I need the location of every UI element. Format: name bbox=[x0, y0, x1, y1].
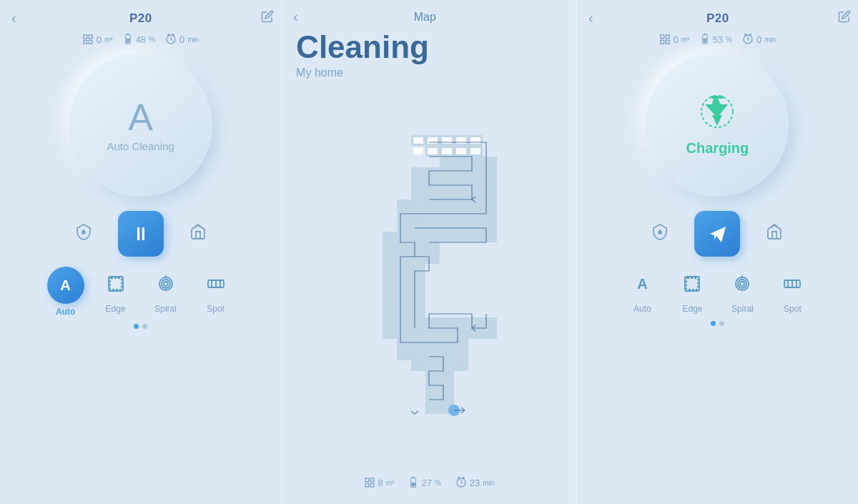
right-stats: 0 m² 53 % 0 min bbox=[659, 34, 776, 45]
edge-mode-label: Edge bbox=[106, 304, 126, 314]
svg-rect-150 bbox=[428, 148, 438, 154]
svg-rect-101 bbox=[383, 296, 397, 307]
middle-area-icon bbox=[364, 477, 375, 488]
svg-rect-67 bbox=[397, 221, 411, 232]
svg-point-10 bbox=[82, 231, 85, 234]
svg-rect-94 bbox=[397, 275, 411, 285]
svg-rect-118 bbox=[425, 382, 440, 392]
middle-area-value: 8 bbox=[378, 478, 383, 488]
middle-panel: ‹ Map Cleaning My home bbox=[281, 0, 577, 504]
right-edge-mode-icon[interactable] bbox=[675, 267, 709, 301]
svg-rect-60 bbox=[468, 210, 483, 221]
svg-rect-115 bbox=[411, 360, 425, 371]
right-mode-spot[interactable]: Spot bbox=[771, 267, 814, 314]
left-mode-edge[interactable]: Edge bbox=[94, 267, 137, 314]
svg-rect-99 bbox=[411, 296, 425, 307]
right-spiral-mode-icon[interactable] bbox=[725, 267, 759, 301]
right-dot-2 bbox=[719, 321, 724, 326]
right-spot-mode-icon[interactable] bbox=[775, 267, 809, 301]
svg-rect-132 bbox=[425, 339, 440, 350]
right-start-button[interactable] bbox=[694, 211, 740, 257]
svg-rect-175 bbox=[711, 96, 724, 99]
svg-rect-82 bbox=[383, 242, 397, 253]
left-mode-spot[interactable]: Spot bbox=[194, 267, 237, 314]
svg-rect-127 bbox=[440, 350, 454, 360]
svg-rect-91 bbox=[397, 264, 411, 275]
svg-rect-122 bbox=[425, 403, 440, 414]
svg-rect-106 bbox=[397, 317, 411, 328]
right-mode-row: A Auto Edge Spiral bbox=[621, 267, 814, 314]
svg-rect-61 bbox=[454, 210, 468, 221]
svg-rect-146 bbox=[442, 137, 452, 144]
svg-rect-107 bbox=[383, 317, 397, 328]
left-shield-button[interactable] bbox=[71, 219, 97, 249]
left-back-button[interactable]: ‹ bbox=[7, 9, 21, 28]
map-container bbox=[289, 85, 569, 471]
right-charging-circle[interactable]: Charging bbox=[646, 54, 789, 197]
right-mode-spiral[interactable]: Spiral bbox=[721, 267, 764, 314]
left-dock-button[interactable] bbox=[185, 219, 211, 249]
middle-battery-value: 27 bbox=[421, 478, 431, 488]
left-stats: 0 m² 48 % 0 min bbox=[82, 34, 199, 45]
svg-rect-35 bbox=[454, 167, 468, 178]
right-action-row bbox=[647, 211, 787, 257]
svg-rect-81 bbox=[383, 232, 397, 242]
left-time-value: 0 bbox=[179, 34, 184, 45]
spiral-mode-icon[interactable] bbox=[149, 267, 183, 301]
svg-point-182 bbox=[738, 280, 746, 288]
left-edit-icon[interactable] bbox=[261, 10, 274, 26]
svg-rect-135 bbox=[440, 317, 454, 328]
left-mode-auto[interactable]: A Auto bbox=[44, 267, 87, 317]
svg-rect-105 bbox=[411, 317, 425, 328]
svg-rect-51 bbox=[440, 189, 454, 199]
left-time-stat: 0 min bbox=[165, 34, 199, 45]
left-circle-label: Auto Cleaning bbox=[107, 140, 174, 152]
middle-back-button[interactable]: ‹ bbox=[289, 7, 302, 26]
left-mode-circle[interactable]: A Auto Cleaning bbox=[69, 54, 212, 197]
svg-rect-174 bbox=[750, 34, 751, 35]
svg-rect-171 bbox=[703, 39, 706, 44]
right-mode-edge[interactable]: Edge bbox=[671, 267, 714, 314]
right-shield-button[interactable] bbox=[647, 219, 673, 249]
auto-mode-icon[interactable]: A bbox=[47, 267, 84, 304]
time-icon bbox=[165, 34, 177, 45]
svg-rect-158 bbox=[370, 483, 374, 487]
cleaning-location: My home bbox=[296, 66, 429, 79]
svg-rect-52 bbox=[440, 199, 454, 210]
right-auto-mode-icon[interactable]: A bbox=[625, 267, 659, 301]
svg-point-15 bbox=[162, 280, 170, 288]
left-action-row: ⏸ bbox=[71, 211, 211, 257]
svg-rect-45 bbox=[411, 167, 425, 178]
right-mode-auto[interactable]: A Auto bbox=[621, 267, 664, 314]
svg-point-177 bbox=[659, 231, 661, 234]
auto-letter: A bbox=[60, 277, 70, 294]
left-mode-spiral[interactable]: Spiral bbox=[144, 267, 187, 314]
right-dot-1 bbox=[711, 321, 716, 326]
svg-rect-117 bbox=[425, 371, 440, 382]
svg-rect-160 bbox=[412, 477, 415, 478]
svg-rect-2 bbox=[84, 40, 87, 44]
right-back-button[interactable]: ‹ bbox=[584, 9, 598, 28]
svg-rect-108 bbox=[383, 328, 397, 339]
svg-rect-62 bbox=[440, 210, 454, 221]
right-auto-letter: A bbox=[637, 276, 647, 292]
svg-rect-68 bbox=[411, 221, 425, 232]
svg-rect-166 bbox=[666, 35, 669, 39]
svg-rect-58 bbox=[483, 199, 497, 210]
svg-rect-125 bbox=[440, 360, 454, 371]
middle-time-value: 23 bbox=[470, 478, 480, 488]
right-dots bbox=[711, 321, 724, 326]
left-dot-2 bbox=[142, 324, 147, 329]
spot-mode-icon[interactable] bbox=[199, 267, 233, 301]
left-pause-button[interactable]: ⏸ bbox=[118, 211, 164, 257]
svg-point-183 bbox=[740, 282, 744, 286]
right-edit-icon[interactable] bbox=[838, 10, 851, 26]
svg-rect-95 bbox=[383, 275, 397, 285]
svg-rect-48 bbox=[411, 199, 425, 210]
svg-rect-55 bbox=[468, 189, 483, 199]
svg-rect-66 bbox=[397, 210, 411, 221]
svg-rect-114 bbox=[411, 350, 425, 360]
right-dock-button[interactable] bbox=[761, 219, 787, 249]
svg-rect-152 bbox=[456, 148, 466, 154]
edge-mode-icon[interactable] bbox=[99, 267, 133, 301]
